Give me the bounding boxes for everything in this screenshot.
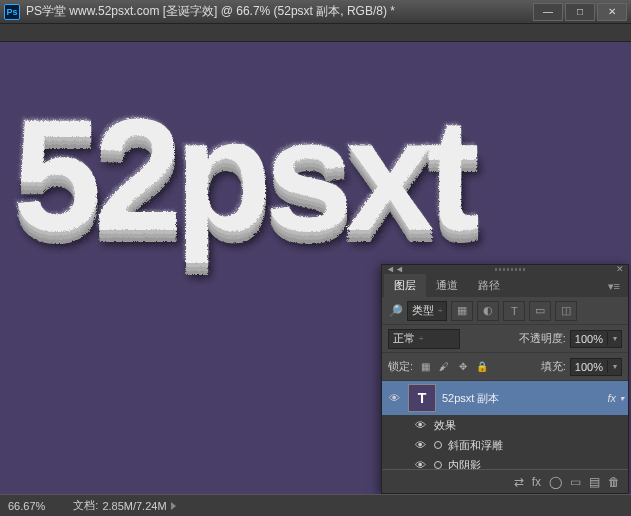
lock-pixels-icon[interactable]: 🖌 [436, 359, 452, 375]
visibility-icon[interactable]: 👁 [412, 419, 428, 431]
effects-header[interactable]: 👁 效果 [382, 415, 628, 435]
fill-label: 填充: [541, 359, 566, 374]
canvas-text: 52psxt [0, 82, 471, 266]
opacity-value: 100% [571, 331, 607, 347]
blend-row: 正常 ÷ 不透明度: 100% ▾ [382, 325, 628, 353]
blend-mode-value: 正常 [393, 331, 415, 346]
delete-layer-icon[interactable]: 🗑 [608, 475, 620, 489]
close-button[interactable]: ✕ [597, 3, 627, 21]
zoom-level[interactable]: 66.67% [8, 500, 45, 512]
doc-size-value: 2.85M/7.24M [102, 500, 166, 512]
lock-transparency-icon[interactable]: ▦ [417, 359, 433, 375]
chevron-down-icon: ÷ [438, 306, 442, 315]
panel-grip[interactable]: ◄◄ ✕ [382, 265, 628, 273]
options-bar [0, 24, 631, 42]
new-layer-icon[interactable]: ▤ [589, 475, 600, 489]
filter-adjust-icon[interactable]: ◐ [477, 301, 499, 321]
tab-paths[interactable]: 路径 [468, 274, 510, 297]
status-bar: 66.67% 文档: 2.85M/7.24M [0, 494, 631, 516]
maximize-button[interactable]: □ [565, 3, 595, 21]
link-layers-icon[interactable]: ⇄ [514, 475, 524, 489]
doc-size-label: 文档: [73, 498, 98, 513]
filter-text-icon[interactable]: T [503, 301, 525, 321]
lock-position-icon[interactable]: ✥ [455, 359, 471, 375]
filter-row: 🔎 类型 ÷ ▦ ◐ T ▭ ◫ [382, 297, 628, 325]
layers-panel: ◄◄ ✕ 图层 通道 路径 ▾≡ 🔎 类型 ÷ ▦ ◐ T ▭ ◫ 正常 ÷ 不… [381, 264, 629, 494]
grip-icon [495, 268, 525, 271]
layer-style-icon[interactable]: fx [532, 475, 541, 489]
effect-bullet-icon [434, 441, 442, 449]
window-controls: — □ ✕ [533, 3, 627, 21]
opacity-input[interactable]: 100% ▾ [570, 330, 622, 348]
document-title: PS学堂 www.52psxt.com [圣诞字效] @ 66.7% (52ps… [26, 3, 533, 20]
tab-layers[interactable]: 图层 [384, 274, 426, 297]
filter-type-label: 类型 [412, 303, 434, 318]
chevron-down-icon: ▾ [607, 360, 621, 373]
search-icon[interactable]: 🔎 [388, 304, 403, 318]
new-group-icon[interactable]: ▭ [570, 475, 581, 489]
lock-buttons: ▦ 🖌 ✥ 🔒 [417, 359, 490, 375]
layer-row[interactable]: 👁 T 52psxt 副本 fx ▾ [382, 381, 628, 415]
panel-tab-strip: 图层 通道 路径 ▾≡ [382, 273, 628, 297]
effect-inner-shadow[interactable]: 👁 内阴影 [382, 455, 628, 469]
effects-label: 效果 [434, 418, 456, 433]
effect-bevel[interactable]: 👁 斜面和浮雕 [382, 435, 628, 455]
chevron-down-icon: ÷ [419, 334, 423, 343]
lock-label: 锁定: [388, 359, 413, 374]
chevron-down-icon: ▾ [607, 332, 621, 345]
panel-footer: ⇄ fx ◯ ▭ ▤ 🗑 [382, 469, 628, 493]
filter-smart-icon[interactable]: ◫ [555, 301, 577, 321]
effect-name: 内阴影 [448, 458, 481, 470]
lock-all-icon[interactable]: 🔒 [474, 359, 490, 375]
panel-menu-icon[interactable]: ▾≡ [602, 276, 626, 297]
layers-list: 👁 T 52psxt 副本 fx ▾ 👁 效果 👁 斜面和浮雕 👁 内阴影 [382, 381, 628, 469]
filter-shape-icon[interactable]: ▭ [529, 301, 551, 321]
visibility-icon[interactable]: 👁 [386, 392, 402, 404]
lock-row: 锁定: ▦ 🖌 ✥ 🔒 填充: 100% ▾ [382, 353, 628, 381]
visibility-icon[interactable]: 👁 [412, 459, 428, 469]
arrow-right-icon[interactable] [171, 502, 176, 510]
minimize-button[interactable]: — [533, 3, 563, 21]
app-icon: Ps [4, 4, 20, 20]
blend-mode-select[interactable]: 正常 ÷ [388, 329, 460, 349]
opacity-label: 不透明度: [519, 331, 566, 346]
effect-bullet-icon [434, 461, 442, 469]
filter-pixel-icon[interactable]: ▦ [451, 301, 473, 321]
layer-thumbnail[interactable]: T [408, 384, 436, 412]
layer-name[interactable]: 52psxt 副本 [442, 391, 601, 406]
filter-type-select[interactable]: 类型 ÷ [407, 301, 447, 321]
fx-badge[interactable]: fx ▾ [607, 392, 624, 404]
fill-input[interactable]: 100% ▾ [570, 358, 622, 376]
visibility-icon[interactable]: 👁 [412, 439, 428, 451]
effect-name: 斜面和浮雕 [448, 438, 503, 453]
title-bar: Ps PS学堂 www.52psxt.com [圣诞字效] @ 66.7% (5… [0, 0, 631, 24]
tab-channels[interactable]: 通道 [426, 274, 468, 297]
fill-value: 100% [571, 359, 607, 375]
layer-mask-icon[interactable]: ◯ [549, 475, 562, 489]
chevron-down-icon: ▾ [620, 394, 624, 403]
